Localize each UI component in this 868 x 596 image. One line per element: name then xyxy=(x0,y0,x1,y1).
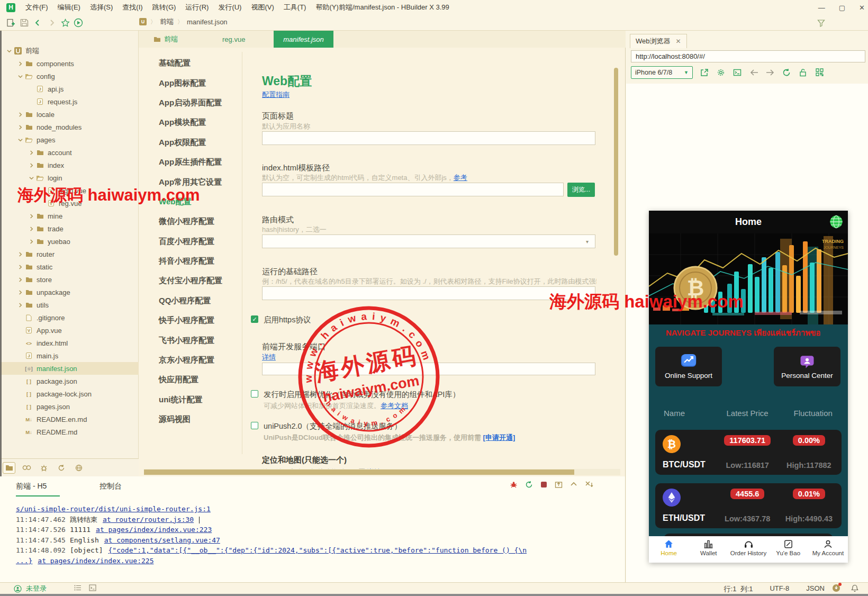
close-tab-icon[interactable]: ✕ xyxy=(676,38,681,45)
horizontal-scrollbar[interactable] xyxy=(144,469,620,475)
collapse-panel-icon[interactable] xyxy=(570,481,577,491)
chevron-down-icon[interactable] xyxy=(16,73,24,80)
chevron-right-icon[interactable] xyxy=(28,212,35,220)
bookmark-star-icon[interactable] xyxy=(60,17,70,28)
tab-manifest-json[interactable]: manifest.json xyxy=(274,31,333,48)
tree-item-api.js[interactable]: Japi.js xyxy=(0,83,139,95)
chevron-down-icon[interactable] xyxy=(16,136,24,144)
files-panel-icon[interactable] xyxy=(3,462,15,474)
menu-item[interactable]: 文件(F) xyxy=(21,0,53,15)
outline-list-icon[interactable] xyxy=(74,584,82,593)
tree-item-.gitignore[interactable]: .gitignore xyxy=(0,311,139,324)
chevron-right-icon[interactable] xyxy=(16,263,24,271)
close-button[interactable]: ✕ xyxy=(859,4,865,12)
tab-project[interactable]: 前端 xyxy=(153,31,178,48)
vertical-scrollbar[interactable] xyxy=(614,68,618,256)
dev-port-detail-link[interactable]: 详情 xyxy=(262,353,276,362)
console-link[interactable]: {"code":1,"data":[{"__ob__":{"dep":{"id"… xyxy=(108,546,527,554)
tree-item-README.en.md[interactable]: M↓README.en.md xyxy=(0,413,139,426)
menu-item[interactable]: 工具(T) xyxy=(279,0,311,15)
tree-item-yuebao[interactable]: yuebao xyxy=(0,235,139,248)
chevron-right-icon[interactable] xyxy=(16,276,24,284)
bell-icon[interactable] xyxy=(851,584,858,594)
nav-forward-icon[interactable] xyxy=(765,68,775,77)
console-tab-terminal[interactable]: 控制台 xyxy=(100,482,122,496)
tree-item-router[interactable]: router xyxy=(0,248,139,260)
apply-open-link[interactable]: [申请开通] xyxy=(483,434,516,441)
base-path-input[interactable] xyxy=(262,286,595,300)
chevron-right-icon[interactable] xyxy=(16,111,24,119)
tree-item-index.html[interactable]: <>index.html xyxy=(0,337,139,349)
cursor-line[interactable]: 行:1 列:1 xyxy=(724,584,753,594)
phone-tab-home[interactable]: Home xyxy=(649,536,689,563)
menu-item[interactable]: 选择(S) xyxy=(85,0,117,15)
forward-icon[interactable] xyxy=(47,17,57,28)
new-file-icon[interactable] xyxy=(5,17,16,28)
terminal-icon[interactable] xyxy=(89,584,96,593)
console-link[interactable]: ...} xyxy=(16,557,32,565)
tree-item-config[interactable]: config xyxy=(0,70,139,83)
unlock-icon[interactable] xyxy=(798,68,808,77)
coin-row-ETH/USDT[interactable]: ETH/USDT 4455.6Low:4367.78 0.01%High:449… xyxy=(655,483,842,528)
encoding-indicator[interactable]: UTF-8 xyxy=(770,584,789,594)
language-globe-icon[interactable] xyxy=(829,214,844,232)
phone-tab-order-history[interactable]: Order History xyxy=(728,536,768,563)
tree-item-main.js[interactable]: Jmain.js xyxy=(0,349,139,362)
page-title-input[interactable] xyxy=(262,131,595,145)
tree-item-README.md[interactable]: M↓README.md xyxy=(0,426,139,438)
browser-tab[interactable]: Web浏览器✕ xyxy=(630,34,687,48)
chevron-right-icon[interactable] xyxy=(16,301,24,309)
tree-item-unpackage[interactable]: unpackage xyxy=(0,286,139,299)
console-link[interactable]: at pages/index/index.vue:223 xyxy=(96,526,212,534)
menu-item[interactable]: 编辑(E) xyxy=(53,0,85,15)
filetype-indicator[interactable]: JSON xyxy=(806,584,825,594)
router-mode-select[interactable] xyxy=(262,234,595,248)
console-link[interactable]: at pages/index/index.vue:225 xyxy=(38,557,153,565)
tree-item-pages.json[interactable]: [ ]pages.json xyxy=(0,400,139,413)
console-tab-h5[interactable]: 前端 - H5 xyxy=(16,482,60,496)
find-panel-icon[interactable] xyxy=(20,462,33,474)
chevron-right-icon[interactable] xyxy=(28,149,35,157)
shortcut-personal-center[interactable]: Personal Center xyxy=(774,347,840,386)
template-path-input[interactable] xyxy=(262,183,564,196)
browse-button[interactable]: 浏览... xyxy=(567,183,595,197)
tree-item-login[interactable]: login xyxy=(0,171,139,184)
qr-code-icon[interactable] xyxy=(815,68,824,77)
phone-tab-my-account[interactable]: My Account xyxy=(808,536,848,563)
filter-icon[interactable] xyxy=(816,17,826,28)
tree-item-trade[interactable]: trade xyxy=(0,222,139,235)
console-link[interactable]: s/uni-simple-router/dist/uni-simple-rout… xyxy=(16,505,211,513)
tree-item-static[interactable]: static xyxy=(0,260,139,273)
device-selector[interactable]: iPhone 6/7/8▼ xyxy=(631,66,693,79)
reload-icon[interactable] xyxy=(782,68,791,77)
chevron-right-icon[interactable] xyxy=(16,288,24,296)
tab-reg-vue[interactable]: reg.vue xyxy=(222,31,245,48)
nav-back-icon[interactable] xyxy=(749,68,758,77)
minimize-button[interactable]: — xyxy=(818,4,825,12)
console-icon[interactable] xyxy=(733,68,742,77)
tree-item-components[interactable]: components xyxy=(0,57,139,70)
menu-item[interactable]: 视图(V) xyxy=(246,0,278,15)
tree-item-App.vue[interactable]: VApp.vue xyxy=(0,324,139,337)
config-guide-link[interactable]: 配置指南 xyxy=(262,90,290,100)
tree-item-node_modules[interactable]: node_modules xyxy=(0,121,139,133)
chevron-right-icon[interactable] xyxy=(28,161,35,169)
tree-item-locale[interactable]: locale xyxy=(0,108,139,121)
debug-bug-icon[interactable] xyxy=(510,481,518,491)
coin-row-BTC/USDT[interactable]: ₿BTC/USDT 117603.71Low:116817 0.00%High:… xyxy=(655,430,842,475)
menu-item[interactable]: 发行(U) xyxy=(213,0,246,15)
menu-item[interactable]: 运行(R) xyxy=(180,0,213,15)
tree-item-account[interactable]: account xyxy=(0,146,139,159)
unipush-checkbox[interactable] xyxy=(251,422,258,429)
tree-item-前端[interactable]: 前端 xyxy=(0,44,139,57)
settings-gear-icon[interactable] xyxy=(716,68,726,77)
chevron-right-icon[interactable] xyxy=(16,60,24,68)
login-status[interactable]: 未登录 xyxy=(14,584,47,593)
menu-item[interactable]: 查找(I) xyxy=(117,0,147,15)
phone-tab-wallet[interactable]: Wallet xyxy=(689,536,728,563)
stop-icon[interactable] xyxy=(540,481,547,491)
back-icon[interactable] xyxy=(32,17,43,28)
tree-item-manifest.json[interactable]: []manifest.json xyxy=(0,362,139,375)
export-log-icon[interactable] xyxy=(555,481,563,491)
shortcut-online-support[interactable]: Online Support xyxy=(655,347,722,386)
